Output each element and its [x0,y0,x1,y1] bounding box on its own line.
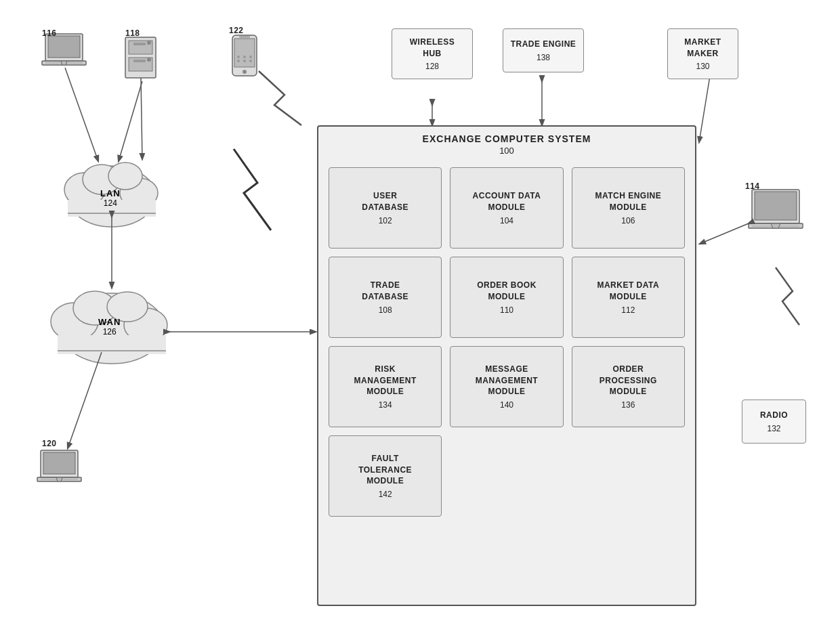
svg-point-41 [124,308,167,342]
svg-point-8 [147,41,151,45]
svg-rect-1 [48,36,80,58]
label-118: 118 [125,28,140,38]
exchange-system: EXCHANGE COMPUTER SYSTEM 100 USERDATABAS… [317,125,696,606]
message-management-module: MESSAGEMANAGEMENTMODULE 140 [450,346,563,427]
market-data-module: MARKET DATAMODULE 112 [572,257,685,338]
svg-rect-2 [42,61,86,65]
module-row-1: USERDATABASE 102 ACCOUNT DATAMODULE 104 … [329,167,685,249]
svg-point-36 [108,163,142,190]
order-book-module: ORDER BOOKMODULE 110 [450,257,563,338]
svg-line-47 [119,81,142,161]
svg-marker-31 [771,223,780,228]
svg-rect-44 [58,335,166,354]
fault-tolerance-module: FAULTTOLERANCEMODULE 142 [329,435,442,517]
svg-rect-7 [129,58,152,71]
trade-engine-box: TRADE ENGINE 138 [503,28,584,72]
svg-point-16 [237,56,240,58]
svg-line-46 [65,68,98,161]
wan-label: WAN 126 [98,317,121,337]
exchange-title: EXCHANGE COMPUTER SYSTEM [318,133,695,144]
svg-point-20 [243,60,246,62]
svg-marker-4 [61,61,67,65]
svg-rect-0 [45,34,83,61]
radio-box: RADIO 132 [742,400,806,444]
svg-rect-11 [133,60,146,62]
label-114: 114 [745,181,760,191]
svg-rect-24 [37,477,81,481]
order-processing-module: ORDERPROCESSINGMODULE 136 [572,346,685,427]
module-row-4: FAULTTOLERANCEMODULE 142 [329,435,685,517]
svg-point-33 [64,173,105,207]
module-row-3: RISKMANAGEMENTMODULE 134 MESSAGEMANAGEME… [329,346,685,427]
svg-line-55 [141,78,142,159]
diagram: 116 118 122 120 114 LAN 124 WAN 126 WIRE… [0,0,840,625]
lan-label: LAN 124 [100,188,121,208]
svg-line-54 [700,223,749,244]
svg-point-40 [51,303,98,341]
label-116: 116 [42,28,57,38]
svg-rect-13 [234,39,255,67]
wireless-hub-box: WIRELESSHUB 128 [392,28,473,79]
svg-marker-26 [56,477,62,481]
svg-point-9 [147,58,151,62]
svg-point-21 [249,60,252,62]
module-row-2: TRADEDATABASE 108 ORDER BOOKMODULE 110 M… [329,257,685,338]
svg-rect-10 [133,43,146,45]
trade-database-module: TRADEDATABASE 108 [329,257,442,338]
label-120: 120 [42,439,57,448]
svg-rect-28 [755,192,797,220]
svg-point-34 [120,178,158,208]
svg-rect-29 [749,223,803,228]
modules-grid: USERDATABASE 102 ACCOUNT DATAMODULE 104 … [329,167,685,525]
svg-rect-23 [43,452,75,474]
svg-rect-5 [125,37,156,78]
svg-point-14 [243,70,247,74]
svg-point-17 [243,56,246,58]
user-database-module: USERDATABASE 102 [329,167,442,249]
svg-rect-12 [232,35,257,76]
svg-point-18 [249,56,252,58]
svg-line-49 [68,352,102,448]
svg-rect-27 [752,190,799,223]
label-122: 122 [229,26,244,35]
svg-rect-15 [239,36,250,38]
svg-rect-22 [41,450,78,477]
account-data-module: ACCOUNT DATAMODULE 104 [450,167,563,249]
exchange-number: 100 [318,146,695,156]
svg-point-19 [237,60,240,62]
market-maker-box: MARKETMAKER 130 [667,28,738,79]
risk-management-module: RISKMANAGEMENTMODULE 134 [329,346,442,427]
svg-rect-6 [129,41,152,54]
match-engine-module: MATCH ENGINEMODULE 106 [572,167,685,249]
